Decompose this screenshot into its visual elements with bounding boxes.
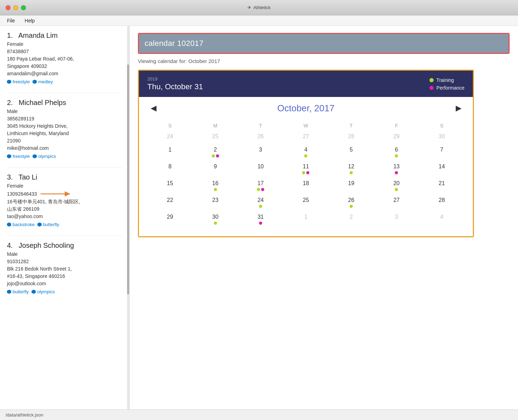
athlete-tags-2: freestyle olympics (7, 154, 122, 159)
cal-day[interactable]: 10 (238, 161, 283, 177)
menu-help[interactable]: Help (23, 17, 36, 24)
cal-day[interactable]: 2 (329, 211, 374, 228)
cal-day-number: 25 (285, 197, 327, 203)
cal-day[interactable]: 1 (147, 144, 192, 161)
cal-day[interactable]: 1 (283, 211, 328, 228)
cal-day[interactable]: 24 (238, 194, 283, 211)
cal-day[interactable]: 11 (283, 161, 328, 177)
scrollbar-thumb[interactable] (127, 64, 129, 295)
cal-day[interactable]: 8 (147, 161, 192, 177)
cal-year: 2019 (147, 76, 203, 82)
athlete-entry-1: 1. Amanda Lim Female 87438807 180 Paya L… (7, 31, 122, 84)
cal-day[interactable]: 28 (329, 131, 374, 144)
cal-day[interactable]: 29 (374, 131, 419, 144)
cal-day-dots (239, 188, 282, 191)
cal-day[interactable]: 21 (419, 177, 464, 194)
cal-day[interactable]: 26 (329, 194, 374, 211)
cal-day[interactable]: 20 (374, 177, 419, 194)
performance-dot (216, 154, 219, 158)
divider-1 (7, 93, 122, 93)
cal-weekday-mon: M (192, 121, 238, 131)
cal-day[interactable]: 2 (192, 144, 238, 161)
cal-day[interactable]: 3 (374, 211, 419, 228)
menu-file[interactable]: File (6, 17, 16, 24)
cal-day[interactable]: 25 (192, 131, 238, 144)
cal-day-dots (194, 154, 236, 158)
minimize-button[interactable] (13, 5, 18, 10)
cal-day[interactable]: 22 (147, 194, 192, 211)
cal-day-number: 6 (375, 147, 418, 153)
cal-day[interactable]: 3 (238, 144, 283, 161)
cal-day[interactable]: 12 (329, 161, 374, 177)
cal-day[interactable]: 27 (283, 131, 328, 144)
cal-day-number: 27 (375, 197, 418, 203)
athlete-name-2[interactable]: 2. Michael Phelps (7, 99, 122, 107)
cal-day[interactable]: 30 (192, 211, 238, 228)
cal-day[interactable]: 29 (147, 211, 192, 228)
cal-day[interactable]: 4 (283, 144, 328, 161)
cal-legend: Training Performance (429, 77, 464, 91)
athlete-gender-4: Male (7, 251, 122, 258)
athlete-name-1[interactable]: 1. Amanda Lim (7, 31, 122, 40)
tag-icon (33, 80, 37, 84)
cal-prev-button[interactable]: ◀ (147, 103, 160, 114)
cal-day[interactable]: 7 (419, 144, 464, 161)
athlete-entry-2: 2. Michael Phelps Male 3856289119 3045 H… (7, 99, 122, 159)
left-panel: 1. Amanda Lim Female 87438807 180 Paya L… (0, 26, 130, 410)
calendar-body: ◀ October, 2017 ▶ S M T W T F S (139, 97, 473, 236)
calendar-outer: 2019 Thu, October 31 Training Performanc… (138, 70, 474, 237)
cal-day[interactable]: 24 (147, 131, 192, 144)
tag-icon (37, 223, 42, 227)
cal-day[interactable]: 27 (374, 194, 419, 211)
tag-butterfly-4[interactable]: butterfly (7, 289, 29, 294)
cal-day[interactable]: 14 (419, 161, 464, 177)
scrollbar-track[interactable] (127, 26, 129, 410)
cal-day[interactable]: 9 (192, 161, 238, 177)
cal-week-row: 891011121314 (147, 161, 464, 177)
tag-backstroke-3[interactable]: backstroke (7, 222, 35, 227)
athlete-email-2: mike@hotmail.com (7, 145, 122, 152)
cal-day[interactable]: 23 (192, 194, 238, 211)
cal-day[interactable]: 13 (374, 161, 419, 177)
cal-day[interactable]: 28 (419, 194, 464, 211)
close-button[interactable] (6, 5, 10, 10)
tag-freestyle-2[interactable]: freestyle (7, 154, 30, 159)
cal-day[interactable]: 18 (283, 177, 328, 194)
cal-day[interactable]: 4 (419, 211, 464, 228)
cal-weekday-sun: S (147, 121, 192, 131)
tag-olympics-4[interactable]: olympics (31, 289, 55, 294)
tag-olympics-2[interactable]: olympics (33, 154, 56, 159)
athlete-name-3[interactable]: 3. Tao Li (7, 173, 122, 181)
tag-medley-1[interactable]: medley (33, 79, 53, 84)
maximize-button[interactable] (21, 5, 26, 10)
cal-day[interactable]: 31 (238, 211, 283, 228)
status-bar: /data/athletick.json (0, 410, 518, 420)
cal-day[interactable]: 6 (374, 144, 419, 161)
cal-day[interactable]: 30 (419, 131, 464, 144)
tag-icon (33, 154, 37, 159)
cal-day-dots (375, 171, 418, 175)
viewing-text: Viewing calendar for: October 2017 (138, 58, 510, 64)
athlete-phone-3: 13092646433 (7, 190, 37, 198)
cal-day-number: 25 (194, 133, 236, 140)
tag-butterfly-3[interactable]: butterfly (37, 222, 59, 227)
athlete-address2-2: Linthicum Heights, Maryland (7, 130, 122, 137)
cal-day-number: 15 (149, 180, 191, 187)
cal-next-button[interactable]: ▶ (452, 103, 464, 114)
cal-day[interactable]: 19 (329, 177, 374, 194)
cal-day[interactable]: 17 (238, 177, 283, 194)
cal-day-number: 26 (239, 133, 282, 140)
cal-weekday-sat: S (419, 121, 464, 131)
cal-day[interactable]: 25 (283, 194, 328, 211)
athlete-name-4[interactable]: 4. Joseph Schooling (7, 241, 122, 250)
cal-day[interactable]: 16 (192, 177, 238, 194)
athlete-email-1: amandalim@gmail.com (7, 70, 122, 77)
cal-day[interactable]: 26 (238, 131, 283, 144)
cal-day[interactable]: 5 (329, 144, 374, 161)
cal-day[interactable]: 15 (147, 177, 192, 194)
command-input[interactable] (139, 34, 509, 53)
tag-freestyle-1[interactable]: freestyle (7, 79, 30, 84)
cal-day-dots (239, 205, 282, 208)
cal-day-number: 7 (421, 147, 463, 153)
cal-day-dots (285, 154, 327, 158)
